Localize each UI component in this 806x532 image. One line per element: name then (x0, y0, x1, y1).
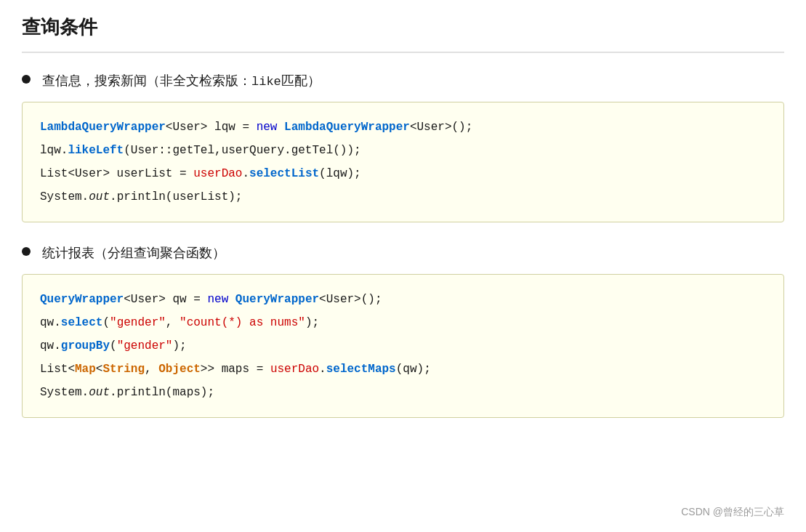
code-line-2-4: List<Map<String, Object>> maps = userDao… (40, 358, 766, 381)
bullet-item-2: 统计报表（分组查询聚合函数） (22, 243, 784, 264)
code-line-1-1: LambdaQueryWrapper<User> lqw = new Lambd… (40, 116, 766, 139)
code-line-2-5: System.out.println(maps); (40, 381, 766, 404)
code-line-1-4: System.out.println(userList); (40, 185, 766, 209)
code-block-2: QueryWrapper<User> qw = new QueryWrapper… (22, 274, 784, 418)
bullet-dot-1 (22, 75, 31, 84)
code-block-1: LambdaQueryWrapper<User> lqw = new Lambd… (22, 102, 784, 222)
watermark: CSDN @曾经的三心草 (681, 506, 784, 519)
bullet-text-1: 查信息，搜索新闻（非全文检索版：like匹配） (42, 70, 321, 92)
code-line-2-1: QueryWrapper<User> qw = new QueryWrapper… (40, 288, 766, 311)
code-line-1-3: List<User> userList = userDao.selectList… (40, 162, 766, 185)
section-2: 统计报表（分组查询聚合函数） QueryWrapper<User> qw = n… (22, 243, 784, 418)
section-1: 查信息，搜索新闻（非全文检索版：like匹配） LambdaQueryWrapp… (22, 70, 784, 222)
code-line-2-3: qw.groupBy("gender"); (40, 334, 766, 358)
bullet-dot-2 (22, 247, 31, 256)
bullet-text-2: 统计报表（分组查询聚合函数） (42, 243, 225, 264)
bullet-item-1: 查信息，搜索新闻（非全文检索版：like匹配） (22, 70, 784, 92)
code-line-1-2: lqw.likeLeft(User::getTel,userQuery.getT… (40, 139, 766, 162)
page-title: 查询条件 (22, 15, 784, 53)
code-line-2-2: qw.select("gender", "count(*) as nums"); (40, 311, 766, 334)
